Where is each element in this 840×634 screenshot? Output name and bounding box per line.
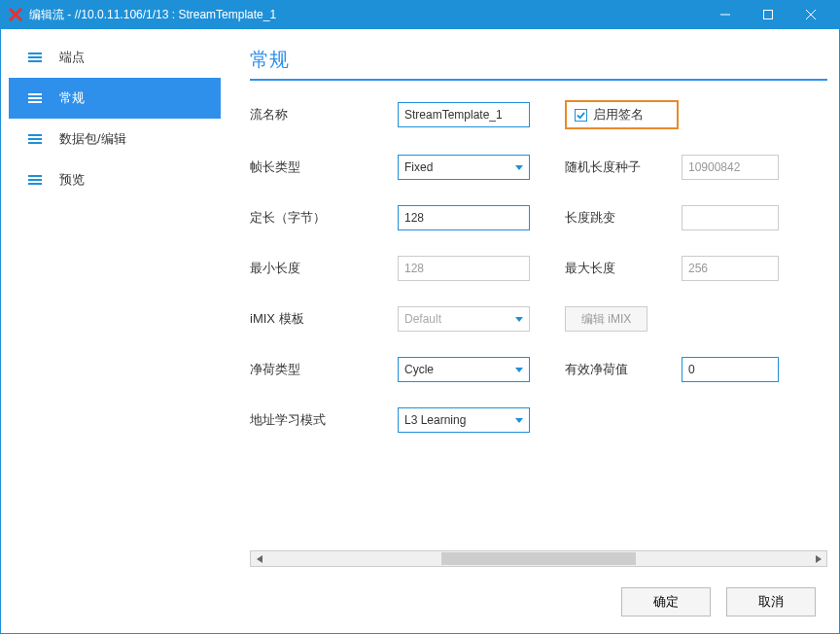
svg-rect-1 [764,11,773,19]
titlebar: 编辑流 - //10.0.11.106/1/13 : StreamTemplat… [0,0,840,29]
cancel-button[interactable]: 取消 [726,587,816,616]
chevron-down-icon [515,317,523,322]
enable-signature-label: 启用签名 [593,106,644,123]
content-panel: 常规 流名称 启用签名 [221,37,831,579]
scrollbar-track[interactable] [267,551,810,566]
sidebar: 端点 常规 数据包/编辑 预览 [9,37,221,579]
min-length-input [398,256,530,281]
chevron-down-icon [515,418,523,423]
scrollbar-thumb[interactable] [441,552,636,565]
imix-template-select: Default [398,306,530,332]
payload-value-input[interactable] [682,357,779,382]
horizontal-scrollbar[interactable] [250,550,827,567]
minimize-icon [720,10,730,19]
maximize-icon [763,10,773,19]
max-length-input [682,256,779,281]
select-value: Cycle [404,363,434,376]
enable-signature-highlight: 启用签名 [565,100,679,129]
sidebar-item-endpoint[interactable]: 端点 [9,37,221,78]
chevron-down-icon [515,165,523,170]
scroll-left-button[interactable] [251,551,267,566]
select-value: L3 Learning [404,413,466,427]
close-icon [806,10,816,19]
hamburger-icon [28,175,42,185]
fixed-length-input[interactable] [398,205,530,230]
maximize-button[interactable] [747,0,789,29]
label-fixed-length: 定长（字节） [250,209,398,227]
label-imix-template: iMIX 模板 [250,310,398,328]
scroll-right-button[interactable] [810,551,826,566]
label-payload-type: 净荷类型 [250,361,398,378]
addr-learn-mode-select[interactable]: L3 Learning [398,407,530,433]
close-button[interactable] [789,0,832,29]
sidebar-item-label: 常规 [59,89,85,107]
random-seed-input [682,155,779,180]
label-frame-length-type: 帧长类型 [250,158,398,176]
label-random-seed: 随机长度种子 [565,158,682,176]
select-value: Default [404,312,441,326]
frame-length-type-select[interactable]: Fixed [398,155,530,180]
edit-imix-button: 编辑 iMIX [565,306,648,332]
hamburger-icon [28,53,42,62]
checkmark-icon [577,111,585,120]
label-min-length: 最小长度 [250,260,398,277]
select-value: Fixed [404,160,433,174]
label-max-length: 最大长度 [565,260,682,277]
triangle-right-icon [816,555,822,563]
label-payload-value: 有效净荷值 [565,361,682,378]
enable-signature-checkbox[interactable] [575,109,587,122]
sidebar-item-preview[interactable]: 预览 [9,159,221,200]
payload-type-select[interactable]: Cycle [398,357,530,382]
length-jump-input [682,205,779,230]
hamburger-icon [28,93,42,103]
stream-name-input[interactable] [398,102,530,127]
window-title: 编辑流 - //10.0.11.106/1/13 : StreamTemplat… [29,7,704,23]
form-area: 流名称 启用签名 帧长类型 [250,81,831,579]
triangle-left-icon [257,555,262,563]
hamburger-icon [28,134,42,144]
app-logo-icon [8,7,23,22]
ok-button[interactable]: 确定 [621,587,711,616]
label-addr-learn-mode: 地址学习模式 [250,411,398,429]
sidebar-item-label: 端点 [59,49,85,66]
sidebar-item-general[interactable]: 常规 [9,78,221,119]
sidebar-item-packet-edit[interactable]: 数据包/编辑 [9,119,221,159]
label-stream-name: 流名称 [250,106,398,123]
sidebar-item-label: 预览 [59,171,85,189]
label-length-jump: 长度跳变 [565,209,682,227]
content-header: 常规 [250,47,827,81]
chevron-down-icon [515,368,523,372]
minimize-button[interactable] [704,0,747,29]
sidebar-item-label: 数据包/编辑 [59,130,126,148]
dialog-footer: 确定 取消 [9,579,831,625]
